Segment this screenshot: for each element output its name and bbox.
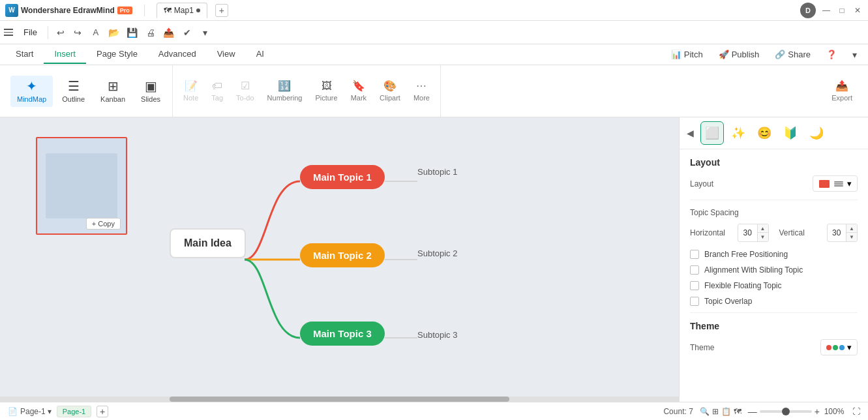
- topic-node-2[interactable]: Main Topic 2: [300, 243, 385, 267]
- tab-page-style[interactable]: Page Style: [86, 45, 148, 64]
- theme-selector[interactable]: ▾: [820, 339, 858, 355]
- check-button[interactable]: ✔: [179, 24, 196, 41]
- tab-advanced[interactable]: Advanced: [148, 45, 207, 64]
- expand-button[interactable]: ▾: [846, 46, 863, 63]
- new-tab-button[interactable]: +: [215, 4, 228, 17]
- print-button[interactable]: 🖨: [142, 24, 159, 41]
- export-tool[interactable]: 📤 Export: [826, 78, 858, 104]
- topic-node-3[interactable]: Main Topic 3: [300, 322, 385, 346]
- slides-icon: ▣: [145, 80, 157, 93]
- topic-node-1[interactable]: Main Topic 1: [300, 165, 385, 189]
- vertical-spinner[interactable]: 30 ▲ ▼: [827, 224, 858, 242]
- mark-icon: 🔖: [352, 81, 365, 91]
- mark-tool[interactable]: 🔖 Mark: [346, 78, 372, 104]
- maximize-button[interactable]: □: [837, 5, 847, 16]
- page-tab[interactable]: Page-1: [57, 406, 91, 417]
- help-button[interactable]: ❓: [820, 47, 843, 62]
- fullscreen-button[interactable]: ⛶: [852, 407, 860, 416]
- layout-lines-icon: [834, 181, 843, 187]
- branch-free-checkbox[interactable]: [690, 250, 699, 259]
- slides-tool[interactable]: ▣ Slides: [134, 76, 167, 107]
- alignment-checkbox[interactable]: [690, 265, 699, 275]
- tab-start[interactable]: Start: [5, 45, 44, 64]
- export-icon-button[interactable]: 📤: [160, 24, 177, 41]
- close-button[interactable]: ✕: [852, 5, 863, 16]
- layout-preview[interactable]: + Copy: [36, 137, 127, 235]
- view-icon-4[interactable]: 🗺: [734, 407, 741, 416]
- vertical-increment[interactable]: ▲: [846, 224, 857, 233]
- canvas-area[interactable]: + Copy Main Idea: [0, 117, 679, 402]
- central-node[interactable]: Main Idea: [170, 228, 246, 258]
- zoom-in-button[interactable]: +: [815, 406, 820, 417]
- subtopic-3: Subtopic 3: [417, 330, 457, 340]
- tag-tool: 🏷 Tag: [206, 78, 228, 104]
- zoom-out-button[interactable]: —: [748, 406, 757, 417]
- mindmap-container: Main Idea Main Topic 1 Main Topic 2 Main…: [130, 129, 522, 390]
- theme-divider: [690, 312, 858, 313]
- numbering-tool[interactable]: 🔢 Numbering: [262, 78, 308, 104]
- folder-open-button[interactable]: 📂: [106, 24, 123, 41]
- moon-panel-button[interactable]: 🌙: [805, 121, 828, 145]
- insert-tool-group: 📝 Note 🏷 Tag ☑ To-do 🔢 Numbering 🖼 Pictu…: [173, 65, 441, 117]
- publish-button[interactable]: 🚀 Publish: [712, 47, 766, 62]
- numbering-icon: 🔢: [278, 81, 291, 91]
- tab-insert[interactable]: Insert: [44, 45, 86, 64]
- more-menu-button[interactable]: ▾: [197, 24, 214, 41]
- share-button[interactable]: 🔗 Share: [768, 47, 817, 62]
- shield-panel-button[interactable]: 🔰: [779, 121, 802, 145]
- view-icons: 🔍 ⊞ 📋 🗺: [700, 407, 741, 416]
- undo-button[interactable]: ↩: [52, 24, 69, 41]
- titlebar: W Wondershare EdrawMind Pro 🗺 Map1 + D —…: [0, 0, 868, 21]
- page-icon: 📄: [8, 407, 18, 416]
- spacing-section-title: Topic Spacing: [690, 208, 858, 217]
- view-icon-1[interactable]: 🔍: [700, 407, 710, 416]
- main-area: + Copy Main Idea: [0, 117, 868, 402]
- zoom-level: 100%: [822, 407, 846, 416]
- tab-view[interactable]: View: [207, 45, 246, 64]
- copy-button[interactable]: + Copy: [86, 218, 121, 230]
- horizontal-spinner[interactable]: 30 ▲ ▼: [738, 224, 769, 242]
- view-icon-2[interactable]: ⊞: [712, 407, 719, 416]
- sparkle-panel-button[interactable]: ✨: [726, 121, 750, 145]
- logo-icon: W: [5, 4, 18, 17]
- tab-dot: [196, 8, 200, 12]
- clipart-icon: 🎨: [383, 81, 397, 91]
- save-button[interactable]: 💾: [124, 24, 141, 41]
- flexible-checkbox[interactable]: [690, 281, 699, 290]
- user-avatar[interactable]: D: [800, 3, 816, 18]
- zoom-control: — + 100%: [748, 406, 846, 417]
- layout-selector[interactable]: ▾: [813, 175, 858, 192]
- pitch-button[interactable]: 📊 Pitch: [665, 47, 710, 62]
- add-page-button[interactable]: +: [97, 406, 108, 417]
- layout-panel-button[interactable]: ⬜: [700, 121, 724, 145]
- outline-tool[interactable]: ☰ Outline: [55, 76, 91, 107]
- panel-collapse-button[interactable]: ◀: [682, 125, 698, 141]
- minimize-button[interactable]: —: [821, 5, 831, 16]
- vertical-decrement[interactable]: ▼: [846, 233, 857, 241]
- emoji-panel-button[interactable]: 😊: [753, 121, 776, 145]
- picture-tool[interactable]: 🖼 Picture: [310, 78, 342, 104]
- tab-ai[interactable]: AI: [246, 45, 275, 64]
- horizontal-decrement[interactable]: ▼: [758, 233, 768, 241]
- kanban-tool[interactable]: ⊞ Kanban: [94, 76, 132, 107]
- format-button[interactable]: A: [87, 24, 104, 41]
- pro-badge: Pro: [117, 7, 132, 14]
- clipart-tool[interactable]: 🎨 Clipart: [374, 78, 406, 104]
- overlap-checkbox[interactable]: [690, 297, 699, 306]
- map-tab[interactable]: 🗺 Map1: [157, 3, 207, 18]
- layout-line-3: [834, 185, 843, 187]
- mindmap-tool[interactable]: ✦ MindMap: [10, 76, 53, 107]
- horizontal-scrollbar[interactable]: [0, 397, 679, 402]
- page-dropdown[interactable]: Page-1 ▾: [20, 407, 52, 416]
- overlap-label: Topic Overlap: [704, 297, 752, 306]
- right-panel: ◀ ⬜ ✨ 😊 🔰 🌙 Layout Layout: [679, 117, 868, 402]
- menu-toggle-button[interactable]: [3, 26, 16, 39]
- more-tool[interactable]: ⋯ More: [408, 78, 435, 104]
- horizontal-spinner-btns: ▲ ▼: [757, 224, 768, 241]
- view-icon-3[interactable]: 📋: [721, 407, 731, 416]
- file-menu[interactable]: File: [17, 25, 44, 40]
- redo-button[interactable]: ↪: [69, 24, 86, 41]
- canvas-panel: + Copy Main Idea: [0, 117, 679, 402]
- zoom-slider[interactable]: [760, 410, 812, 413]
- horizontal-increment[interactable]: ▲: [758, 224, 768, 233]
